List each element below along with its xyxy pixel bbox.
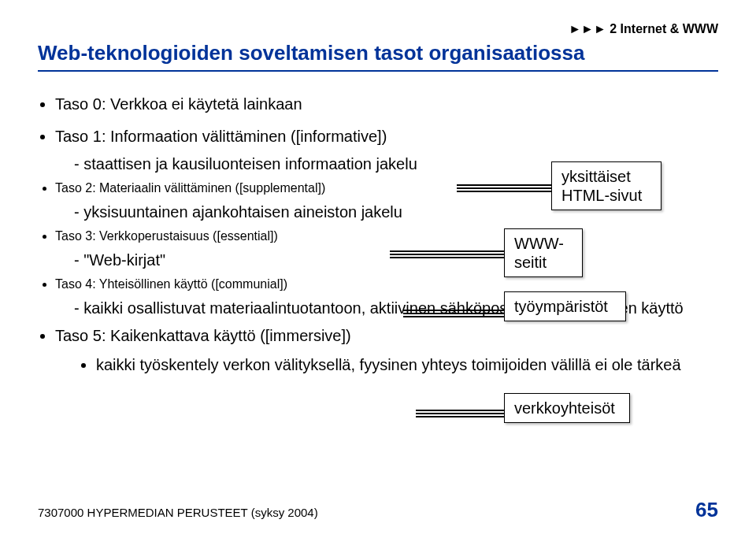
callout-tail-3 [403,313,504,314]
callout-www-sites: WWW-seitit [504,228,583,277]
footer-page-number: 65 [695,498,718,522]
breadcrumb: ►►► 2 Internet & WWW [38,22,718,36]
taso5: Taso 5: Kaikenkattava käyttö ([immersive… [55,325,718,347]
taso4: Taso 4: Yhteisöllinen käyttö ([communial… [55,277,472,291]
callout-html-pages: yksittäisetHTML-sivut [551,161,662,210]
footer: 7307000 HYPERMEDIAN PERUSTEET (syksy 200… [38,498,718,522]
footer-course: 7307000 HYPERMEDIAN PERUSTEET (syksy 200… [38,506,318,519]
taso2-sub: yksisuuntainen ajankohtaisen aineiston j… [74,203,472,221]
taso5-sub: kaikki työskentely verkon välityksellä, … [96,354,718,376]
taso0: Taso 0: Verkkoa ei käytetä lainkaan [55,94,718,115]
callout-tail-2 [390,254,504,255]
callout-tail-1 [457,187,551,189]
callout-work-env: työympäristöt [504,291,626,321]
content-list: Taso 0: Verkkoa ei käytetä lainkaan Taso… [55,94,718,376]
callout-net-communities: verkkoyhteisöt [504,393,630,423]
taso2: Taso 2: Materiaalin välittäminen ([suppl… [55,181,472,195]
slide: ►►► 2 Internet & WWW Web-teknologioiden … [0,0,756,538]
page-title: Web-teknologioiden soveltamisen tasot or… [38,41,718,72]
taso3: Taso 3: Verkkoperustaisuus ([essential]) [55,229,472,243]
callout-tail-4 [416,413,504,414]
taso1: Taso 1: Informaation välittäminen ([info… [55,126,718,147]
